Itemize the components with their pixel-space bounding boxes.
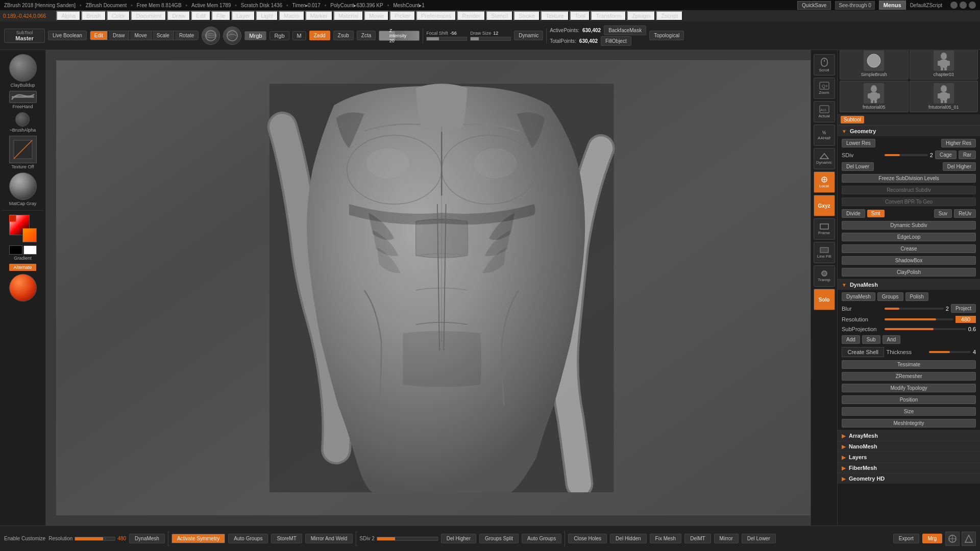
zoom-button[interactable]: Q+ Zoom [814, 78, 835, 99]
aahalf-button[interactable]: ½ AAHalf [814, 124, 835, 146]
rotate-button[interactable]: Rotate [175, 31, 198, 40]
geometry-section-header[interactable]: ▼ Geometry [838, 126, 980, 136]
menu-item-document[interactable]: Document [131, 11, 166, 21]
color-picker-area[interactable] [9, 215, 37, 242]
menu-item-draw[interactable]: Draw [167, 11, 190, 21]
canvas-inner[interactable] [56, 60, 827, 515]
thickness-slider[interactable] [929, 351, 970, 353]
del-lower-bottom-button[interactable]: Del Lower [742, 534, 776, 543]
maximize-button[interactable] [960, 2, 967, 9]
color-bg-swatch[interactable] [22, 228, 37, 242]
close-button[interactable] [969, 2, 976, 9]
solo-button[interactable]: Solo [814, 289, 835, 310]
zremesher-button[interactable]: ZRemesher [842, 372, 976, 381]
texture-off-icon[interactable] [9, 136, 37, 163]
auto-groups-button[interactable]: Auto Groups [228, 534, 268, 543]
freehand-stroke-icon[interactable] [9, 91, 37, 103]
dynamesh-section-header[interactable]: ▼ DynaMesh [838, 279, 980, 290]
focal-shift-slider[interactable] [426, 37, 467, 41]
menu-item-preferences[interactable]: Preferences [416, 11, 456, 21]
dynamic-subdiv-button[interactable]: Dynamic Subdiv [842, 221, 976, 230]
and-button[interactable]: And [883, 335, 901, 344]
sdiv-bottom-slider[interactable] [377, 537, 438, 541]
local-button[interactable]: Local [814, 171, 835, 193]
tool-thumb-fntutorial05-icon[interactable] [864, 83, 884, 104]
cage-button[interactable]: Cage [935, 151, 957, 159]
dynamesh-button[interactable]: DynaMesh [842, 292, 875, 301]
fix-mesh-button[interactable]: Fix Mesh [650, 534, 682, 543]
menu-item-render[interactable]: Render [457, 11, 485, 21]
reconstruct-subdiv-button[interactable]: Reconstruct Subdiv [842, 186, 976, 194]
menu-item-stencil[interactable]: Stencil [486, 11, 513, 21]
clay-brush-icon[interactable] [9, 54, 37, 82]
move-button[interactable]: Move [130, 31, 151, 40]
switch-color-button[interactable]: Alternate [9, 264, 36, 271]
shadowbox-button[interactable]: ShadowBox [842, 256, 976, 265]
tool-thumb-fntutorial05-01-icon[interactable] [934, 83, 954, 104]
rar-button[interactable]: Rar [959, 151, 976, 159]
nanomesh-header[interactable]: ▶ NanoMesh [838, 441, 980, 452]
divide-button[interactable]: Divide [842, 209, 865, 218]
texture-off-item[interactable]: Texture Off [9, 136, 37, 169]
deimt-button[interactable]: DelMT [684, 534, 710, 543]
project-button[interactable]: Project [951, 304, 976, 313]
sub-button[interactable]: Sub [862, 335, 880, 344]
z-intensity-slider[interactable]: Z Intensity 20 [379, 31, 420, 41]
edit-button[interactable]: Edit [90, 31, 108, 40]
subtool-master[interactable]: SubTool Master [4, 29, 45, 43]
gxyz-button[interactable]: Gxyz [814, 195, 835, 216]
blur-slider[interactable] [885, 308, 944, 310]
bottom-resolution-slider[interactable] [75, 537, 115, 541]
mesh-integrity-button[interactable]: MeshIntegrity [842, 419, 976, 428]
activate-symmetry-button[interactable]: Activate Symmetry [172, 534, 225, 543]
edgeloop-button[interactable]: EdgeLoop [842, 233, 976, 241]
relu-button[interactable]: ReUv [954, 209, 976, 218]
tool-thumb-fntutorial05-01[interactable]: fntutorial05_01 [910, 81, 978, 112]
store-mt-button[interactable]: StoreMT [271, 534, 302, 543]
claypolish-button[interactable]: ClayPolish [842, 268, 976, 277]
linefill-button[interactable]: Line Fill [814, 242, 835, 263]
menu-item-color[interactable]: Color [107, 11, 130, 21]
menu-item-zscript[interactable]: Zscript [656, 11, 683, 21]
frame-button[interactable]: Frame [814, 218, 835, 240]
menu-item-marker[interactable]: Marker [305, 11, 333, 21]
rgb-button[interactable]: Rgb [270, 31, 289, 40]
dynamic-persp-button[interactable]: Dynamic [814, 148, 835, 169]
size-button[interactable]: Size [842, 407, 976, 416]
nav-icon-2[interactable] [962, 532, 976, 546]
flatten-icon[interactable] [223, 27, 241, 45]
draw-size-slider[interactable] [470, 37, 511, 41]
create-shell-button[interactable]: Create Shell [842, 347, 884, 357]
resolution-slider[interactable] [885, 318, 953, 320]
fibermesh-header[interactable]: ▶ FiberMesh [838, 462, 980, 473]
freeze-subdiv-button[interactable]: Freeze SubDivision Levels [842, 174, 976, 183]
menu-item-light[interactable]: Light [256, 11, 278, 21]
zsub-button[interactable]: Zsub [333, 31, 354, 40]
layers-header[interactable]: ▶ Layers [838, 452, 980, 462]
draw-button[interactable]: Draw [109, 31, 129, 40]
material-ball-item[interactable] [9, 274, 37, 302]
gradient-item[interactable]: Gradient [9, 245, 37, 261]
del-higher-button[interactable]: Del Higher [943, 162, 976, 171]
gradient-black[interactable] [9, 245, 22, 255]
gradient-white[interactable] [23, 245, 37, 255]
subprojection-slider[interactable] [885, 328, 966, 330]
model-viewport[interactable] [57, 61, 826, 515]
matcap-icon[interactable] [9, 172, 37, 200]
transp-button[interactable]: Transp [814, 265, 835, 287]
del-higher-bottom-button[interactable]: Del Higher [441, 534, 476, 543]
mrg-button[interactable]: Mrg [922, 534, 942, 543]
mirror-and-weld-button[interactable]: Mirror And Weld [305, 534, 353, 543]
polish-button[interactable]: Polish [905, 292, 928, 301]
minimize-button[interactable] [950, 2, 958, 9]
add-button[interactable]: Add [842, 335, 860, 344]
menu-item-stroke[interactable]: Stroke [513, 11, 540, 21]
tool-thumb-simplebrush-icon[interactable] [864, 51, 884, 71]
modify-topology-button[interactable]: Modify Topology [842, 384, 976, 392]
smt-button[interactable]: Smt [867, 210, 885, 217]
fill-object-button[interactable]: FillObject [601, 36, 631, 46]
scale-button[interactable]: Scale [153, 31, 174, 40]
del-hidden-button[interactable]: Del Hidden [610, 534, 646, 543]
menus-button[interactable]: Menus [879, 1, 906, 10]
zadd-button[interactable]: Zadd [309, 31, 330, 40]
